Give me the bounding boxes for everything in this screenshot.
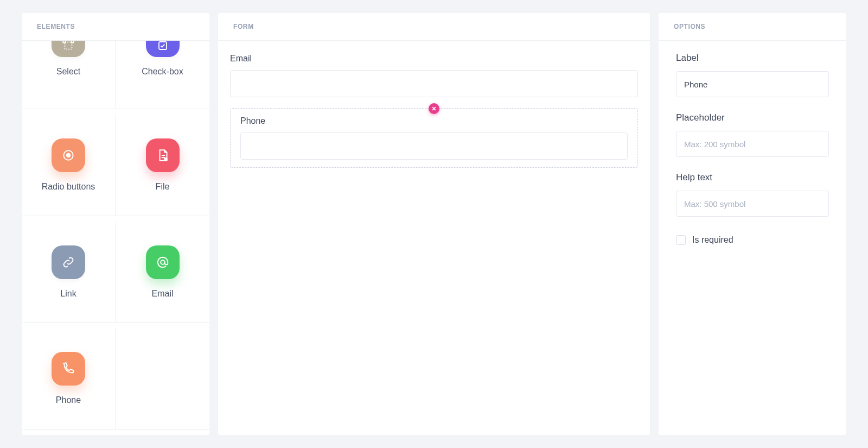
- elements-grid: Select Check-box: [22, 41, 209, 435]
- options-panel: OPTIONS Label Placeholder Help text Is r…: [659, 13, 846, 435]
- option-placeholder-group: Placeholder: [676, 112, 829, 157]
- options-header: OPTIONS: [659, 13, 846, 41]
- option-required-label: Is required: [692, 235, 733, 245]
- elements-header: ELEMENTS: [22, 13, 209, 41]
- phone-icon: [52, 352, 85, 386]
- option-label-group: Label: [676, 53, 829, 97]
- option-label-input[interactable]: [676, 71, 829, 97]
- element-link[interactable]: Link: [22, 222, 116, 323]
- option-helptext-input[interactable]: [676, 191, 829, 217]
- radio-icon: [52, 138, 85, 172]
- form-field-phone[interactable]: Phone: [230, 108, 638, 168]
- options-body: Label Placeholder Help text Is required: [659, 41, 846, 257]
- option-required-checkbox[interactable]: [676, 235, 686, 245]
- elements-panel: ELEMENTS Select: [22, 13, 209, 435]
- element-label: Radio buttons: [42, 182, 95, 192]
- svg-point-5: [67, 154, 71, 157]
- element-label: Check-box: [142, 67, 183, 77]
- link-icon: [52, 245, 85, 279]
- svg-rect-1: [63, 41, 65, 43]
- phone-input[interactable]: [240, 132, 628, 160]
- delete-field-button[interactable]: [429, 103, 439, 114]
- element-label: Phone: [56, 395, 81, 405]
- form-body: Email Phone: [218, 41, 650, 181]
- email-input[interactable]: [230, 70, 638, 97]
- element-select[interactable]: Select: [22, 41, 116, 109]
- element-checkbox[interactable]: Check-box: [116, 41, 209, 109]
- option-placeholder-heading: Placeholder: [676, 112, 829, 123]
- element-radio-buttons[interactable]: Radio buttons: [22, 115, 116, 216]
- element-label: Email: [151, 289, 173, 299]
- form-field-label: Phone: [240, 116, 628, 126]
- element-email[interactable]: Email: [116, 222, 209, 323]
- element-empty: [116, 329, 209, 430]
- element-label: File: [156, 182, 170, 192]
- element-label: Link: [60, 289, 76, 299]
- option-placeholder-input[interactable]: [676, 131, 829, 157]
- select-icon: [52, 41, 85, 57]
- svg-rect-2: [71, 41, 73, 43]
- form-header: FORM: [218, 13, 650, 41]
- checkbox-icon: [146, 41, 180, 57]
- form-field-email[interactable]: Email: [230, 54, 638, 105]
- option-required-row[interactable]: Is required: [676, 235, 829, 245]
- svg-point-6: [164, 157, 168, 161]
- element-phone[interactable]: Phone: [22, 329, 116, 430]
- form-field-label: Email: [230, 54, 638, 64]
- option-helptext-heading: Help text: [676, 172, 829, 183]
- at-icon: [146, 245, 180, 279]
- svg-point-7: [161, 260, 165, 264]
- close-icon: [432, 106, 436, 111]
- element-label: Select: [56, 67, 80, 77]
- element-file[interactable]: File: [116, 115, 209, 216]
- form-panel: FORM Email Phone: [218, 13, 650, 435]
- file-icon: [146, 138, 180, 172]
- app-layout: ELEMENTS Select: [0, 0, 868, 448]
- option-label-heading: Label: [676, 53, 829, 64]
- option-helptext-group: Help text: [676, 172, 829, 217]
